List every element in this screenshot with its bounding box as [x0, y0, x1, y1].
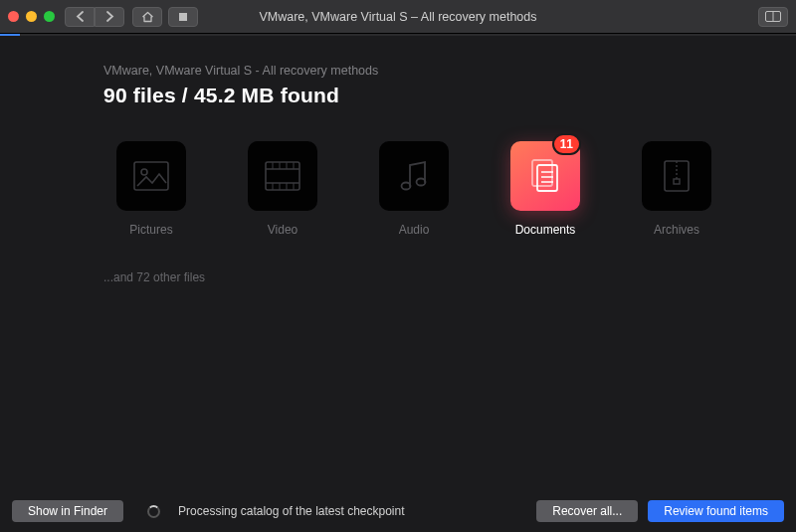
back-button[interactable] [65, 7, 95, 27]
footer: Show in Finder Processing catalog of the… [0, 490, 796, 532]
tile-label: Pictures [129, 223, 172, 237]
tile-label: Audio [399, 223, 430, 237]
category-tiles: Pictures Video [103, 141, 756, 237]
home-button[interactable] [132, 7, 162, 27]
music-icon [399, 159, 429, 193]
forward-button[interactable] [95, 7, 124, 27]
traffic-lights [8, 11, 55, 22]
svg-point-4 [141, 169, 147, 175]
svg-rect-3 [134, 162, 168, 190]
breadcrumb: VMware, VMware Virtual S - All recovery … [103, 64, 756, 78]
badge-count: 11 [552, 133, 581, 155]
archive-icon [663, 159, 691, 193]
results-headline: 90 files / 45.2 MB found [103, 84, 756, 107]
titlebar: VMware, VMware Virtual S – All recovery … [0, 0, 796, 34]
recover-all-button[interactable]: Recover all... [536, 500, 638, 522]
main-content: VMware, VMware Virtual S - All recovery … [0, 36, 796, 284]
nav-buttons [65, 7, 124, 27]
image-icon [133, 161, 169, 191]
minimize-window-button[interactable] [26, 11, 37, 22]
category-tile-video[interactable]: Video [235, 141, 330, 237]
show-in-finder-button[interactable]: Show in Finder [12, 500, 123, 522]
category-tile-pictures[interactable]: Pictures [103, 141, 199, 237]
other-files-note: ...and 72 other files [103, 270, 756, 284]
category-tile-documents[interactable]: 11 Documents [498, 141, 593, 237]
spinner-icon [147, 505, 160, 518]
close-window-button[interactable] [8, 11, 19, 22]
stop-button[interactable] [168, 7, 198, 27]
tile-label: Archives [654, 223, 699, 237]
chevron-right-icon [105, 11, 114, 22]
maximize-window-button[interactable] [44, 11, 55, 22]
stop-icon [178, 12, 188, 22]
svg-rect-5 [266, 162, 299, 190]
category-tile-archives[interactable]: Archives [629, 141, 724, 237]
toolbar-buttons [132, 7, 198, 27]
category-tile-audio[interactable]: Audio [366, 141, 462, 237]
tile-label: Video [268, 223, 298, 237]
document-icon [528, 158, 562, 194]
home-icon [141, 11, 154, 23]
svg-rect-19 [537, 165, 557, 191]
review-found-items-button[interactable]: Review found items [648, 500, 784, 522]
scan-progress-bar [0, 34, 796, 36]
tile-label: Documents [515, 223, 576, 237]
svg-rect-0 [179, 13, 187, 21]
view-toggle-button[interactable] [758, 7, 788, 27]
columns-icon [765, 11, 781, 22]
svg-rect-25 [674, 179, 680, 184]
status-text: Processing catalog of the latest checkpo… [178, 504, 526, 518]
chevron-left-icon [76, 11, 85, 22]
film-icon [265, 161, 300, 191]
